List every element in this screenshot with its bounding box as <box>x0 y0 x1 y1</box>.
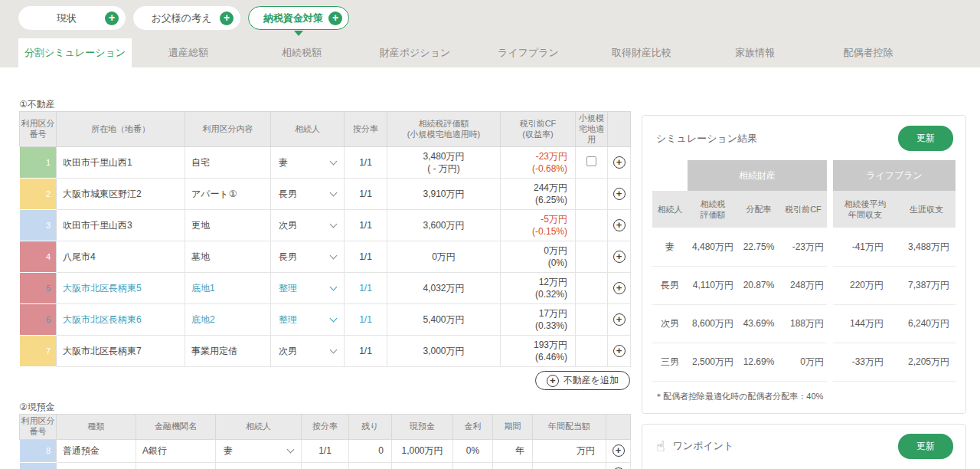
heir-value: 整理 <box>279 282 297 294</box>
cf-cell: -23万円(-0.68%) <box>501 147 576 179</box>
one-point-update-button[interactable]: 更新 <box>898 434 953 459</box>
expand-row-button[interactable] <box>608 210 631 241</box>
heir-value: 次男 <box>279 345 297 357</box>
expand-row-button[interactable] <box>606 462 631 469</box>
expand-row-button[interactable] <box>608 304 631 336</box>
add-real-estate-button[interactable]: 不動産を追加 <box>535 371 630 390</box>
heir-select[interactable]: 整理 <box>271 304 345 336</box>
heir-select[interactable]: 妻 <box>271 147 345 179</box>
cf-rate: (-0.68%) <box>504 162 567 175</box>
add-real-estate-label: 不動産を追加 <box>564 374 619 387</box>
real-estate-row: 4 八尾市4 墓地 長男 1/1 0万円 0万円(0%) <box>20 241 631 273</box>
heir-select[interactable]: 次男 <box>271 210 345 241</box>
expand-row-button[interactable] <box>608 147 631 179</box>
real-estate-row: 5 大阪市北区長柄東5 底地1 整理 1/1 4,032万円 12万円(0.32… <box>20 273 631 304</box>
usage-cell: 底地1 <box>185 273 271 304</box>
cash-row: 8 普通預金 A銀行 妻 1/1 0 1,000万円 0% 年 万円 <box>20 439 631 462</box>
ratio-cell: 1/1 <box>345 147 387 179</box>
lifetime-cell: 2,205万円 <box>897 343 956 381</box>
cf-cell: 188万円 <box>779 304 827 343</box>
simulation-row: 長男 4,110万円 20.87% 248万円 220万円 7,387万円 <box>652 266 956 304</box>
usage-cell: 事業用定借 <box>185 336 271 367</box>
right-column: シミュレーション結果 更新 相続財産 ライフプラン 相続人 <box>642 115 966 469</box>
tab-inheritance-tax[interactable]: 相続税額 <box>245 38 358 67</box>
heir-select[interactable]: 長男 <box>271 179 345 210</box>
col-rest: 残り <box>349 415 392 440</box>
heir-cell: 次男 <box>652 304 688 343</box>
plus-circle-icon[interactable] <box>105 11 119 25</box>
app-page: 現状 お父様の考え 納税資金対策 分割シミュレーション 遺産総額 相続税額 財産… <box>0 0 980 469</box>
expand-row-button[interactable] <box>608 241 631 273</box>
col-valuation: 相続税 評価額 <box>688 191 738 228</box>
col-amount: 現預金 <box>392 415 453 440</box>
dividend-cell: 万円 <box>533 439 606 462</box>
valuation-cell: 5,400万円 <box>387 304 501 336</box>
col-valuation: 相続税評価額 (小規模宅地適用時) <box>387 112 501 147</box>
plus-circle-icon[interactable] <box>220 11 234 25</box>
expand-row-button[interactable] <box>606 439 631 462</box>
plus-circle-icon[interactable] <box>328 11 342 25</box>
kind-cell: 普通預金 <box>57 439 136 462</box>
expand-row-button[interactable] <box>608 179 631 210</box>
simulation-result-title: シミュレーション結果 <box>656 132 757 146</box>
ratio-cell: 1/1 <box>345 304 387 336</box>
cf-cell: 193万円(6.46%) <box>501 336 576 367</box>
expand-row-button[interactable] <box>608 273 631 304</box>
heir-select[interactable]: 妻 <box>216 439 302 462</box>
plus-circle-icon <box>613 345 626 357</box>
col-usage: 利用区分内容 <box>185 112 271 147</box>
simulation-update-button[interactable]: 更新 <box>898 126 953 151</box>
small-plot-checkbox[interactable] <box>586 156 596 166</box>
small-plot-cell <box>576 147 608 179</box>
post-avg-cell: -33万円 <box>833 343 897 381</box>
scenario-pill-tax-funds[interactable]: 納税資金対策 <box>248 6 349 30</box>
tab-estate-total[interactable]: 遺産総額 <box>132 38 245 67</box>
tab-asset-position[interactable]: 財産ポジション <box>358 38 472 67</box>
scenario-pill-father[interactable]: お父様の考え <box>133 6 240 30</box>
tab-spouse-deduction[interactable]: 配偶者控除 <box>812 38 925 67</box>
heir-select[interactable]: 次男 <box>271 336 345 367</box>
heir-select[interactable]: 整理 <box>271 273 345 304</box>
nav-tabs: 分割シミュレーション 遺産総額 相続税額 財産ポジション ライフプラン 取得財産… <box>18 38 925 67</box>
simulation-result-table: 相続財産 ライフプラン 相続人 相続税 評価額 分配率 税引前CF 相続後平均 … <box>652 160 956 382</box>
valuation-cell: 3,910万円 <box>387 179 501 210</box>
plus-circle-icon <box>613 251 626 263</box>
small-plot-cell <box>576 273 608 304</box>
usage-cell: 底地2 <box>185 304 271 336</box>
ratio-cell: 43.69% <box>738 304 779 343</box>
lifetime-cell: 7,387万円 <box>897 266 956 304</box>
expand-row-button[interactable] <box>608 336 631 367</box>
cf-rate: (6.46%) <box>504 351 567 363</box>
heir-select[interactable]: 次男 <box>216 462 302 469</box>
cf-cell: 17万円(0.33%) <box>501 304 576 336</box>
pointing-hand-icon <box>656 439 665 454</box>
valuation-amount: 3,000万円 <box>390 345 497 357</box>
tab-lifeplan[interactable]: ライフプラン <box>472 38 585 67</box>
valuation-amount: 3,480万円 <box>390 150 497 162</box>
chevron-down-icon <box>330 251 338 259</box>
col-cf: 税引前CF <box>779 191 827 228</box>
simulation-result-card: シミュレーション結果 更新 相続財産 ライフプラン 相続人 <box>642 115 966 414</box>
row-number-cell: 5 <box>20 273 57 304</box>
tab-split-simulation[interactable]: 分割シミュレーション <box>18 38 132 67</box>
col-ratio: 分配率 <box>738 191 779 228</box>
heir-value: 次男 <box>279 219 297 231</box>
row-number-cell: 8 <box>20 439 57 462</box>
heir-select[interactable]: 長男 <box>271 241 345 273</box>
tab-family-info[interactable]: 家族情報 <box>698 38 812 67</box>
col-location: 所在地（地番） <box>57 112 185 147</box>
heir-cell: 三男 <box>652 343 688 381</box>
tab-acquired-assets[interactable]: 取得財産比較 <box>585 38 698 67</box>
valuation-cell: 4,032万円 <box>387 273 501 304</box>
ratio-cell: 20.87% <box>738 266 779 304</box>
scenario-pill-current[interactable]: 現状 <box>18 6 126 30</box>
cash-row: 10 普通預金 銀行 次男 1/1 0 2,000万円 0% 年 万円 <box>20 462 631 469</box>
valuation-amount: 3,910万円 <box>390 188 497 200</box>
col-ratio: 按分率 <box>345 112 387 147</box>
valuation-cell: 3,000万円 <box>387 336 501 367</box>
location-cell: 大阪市北区長柄東5 <box>57 273 185 304</box>
cash-table: 利用区分 番号 種類 金融機関名 相続人 按分率 残り 現預金 金利 期間 年間… <box>19 414 631 469</box>
post-avg-cell: 144万円 <box>833 304 897 343</box>
group-header-lifeplan: ライフプラン <box>833 160 956 191</box>
cf-amount: -5万円 <box>504 213 567 225</box>
